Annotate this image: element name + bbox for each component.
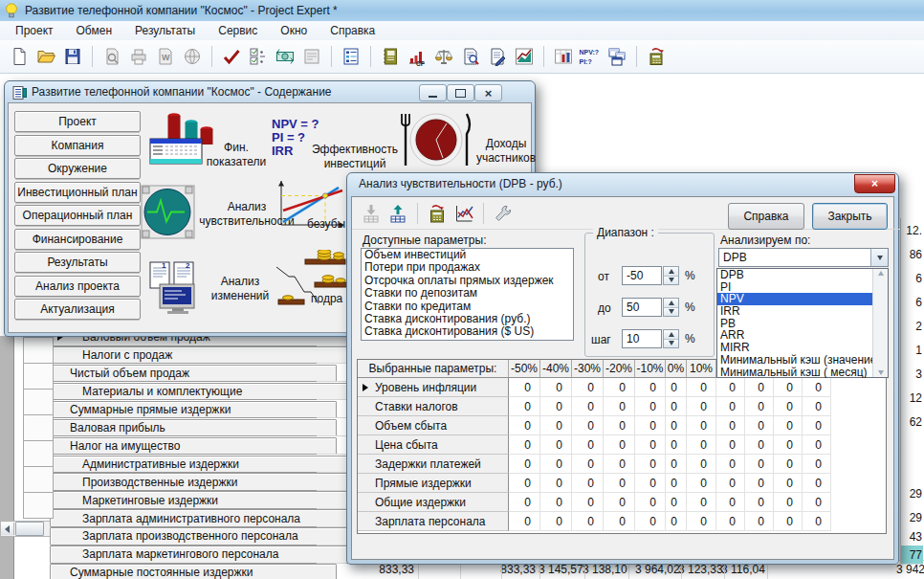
- range-step-input[interactable]: 10: [622, 329, 662, 348]
- web-export-icon[interactable]: [181, 45, 204, 68]
- available-item-0[interactable]: Объем инвестиций: [362, 249, 573, 261]
- sens-cell-1-0[interactable]: 0: [509, 397, 540, 416]
- sens-cell-5-2[interactable]: 0: [572, 474, 604, 493]
- scroll-down-icon[interactable]: [878, 370, 884, 375]
- dropdown-scrollbar[interactable]: [872, 269, 888, 377]
- sens-cell-7-9[interactable]: 0: [774, 512, 803, 531]
- sens-cell-5-1[interactable]: 0: [540, 474, 572, 493]
- nav-button-8[interactable]: Актуализация: [14, 299, 141, 320]
- sens-cell-3-0[interactable]: 0: [509, 435, 540, 455]
- sens-cell-2-6[interactable]: 0: [687, 416, 716, 435]
- pl-row-2[interactable]: Чистый объем продаж: [50, 365, 337, 383]
- sens-cell-1-6[interactable]: 0: [687, 397, 716, 416]
- sens-cell-1-5[interactable]: 0: [666, 397, 687, 416]
- cash-flow-icon[interactable]: CF: [406, 45, 429, 68]
- table-bars-icon[interactable]: [552, 45, 575, 68]
- sens-cell-0-4[interactable]: 0: [635, 378, 666, 397]
- sens-cell-1-4[interactable]: 0: [635, 397, 666, 416]
- word-export-icon[interactable]: W: [154, 45, 177, 68]
- nav-button-0[interactable]: Проект: [14, 111, 141, 132]
- sens-cell-4-2[interactable]: 0: [572, 455, 604, 474]
- maximize-button[interactable]: [447, 84, 474, 101]
- recalculate-icon[interactable]: [426, 202, 449, 225]
- row-header-cell-3[interactable]: [23, 414, 54, 441]
- sens-cell-4-8[interactable]: 0: [745, 455, 774, 474]
- sens-cell-2-3[interactable]: 0: [604, 416, 635, 435]
- analyze-option-8[interactable]: Минимальный кэш ( месяц): [717, 367, 874, 379]
- npv-pi-icon[interactable]: NPV:?PI:?: [579, 45, 602, 68]
- pl-row-13[interactable]: Суммарные постоянные издержки: [50, 564, 337, 579]
- save-variant-icon[interactable]: [386, 202, 409, 225]
- sens-cell-7-1[interactable]: 0: [540, 512, 572, 531]
- row-header-cell-4[interactable]: [23, 440, 54, 467]
- form-icon[interactable]: [300, 45, 323, 68]
- analyze-option-2[interactable]: NPV: [717, 293, 874, 305]
- sens-cell-4-4[interactable]: 0: [635, 455, 666, 474]
- menu-item-4[interactable]: Окно: [269, 22, 319, 39]
- document-edit-icon[interactable]: [486, 45, 509, 68]
- pl-row-1[interactable]: Налоги с продаж: [50, 346, 349, 365]
- sens-cell-0-1[interactable]: 0: [540, 378, 572, 397]
- sens-cell-3-1[interactable]: 0: [540, 435, 572, 455]
- sens-cell-7-10[interactable]: 0: [803, 512, 831, 531]
- sens-cell-2-8[interactable]: 0: [745, 416, 774, 435]
- row-header-cell-0[interactable]: [23, 337, 54, 364]
- print-icon[interactable]: [127, 45, 150, 68]
- chart-icon[interactable]: [513, 45, 536, 68]
- nav-button-3[interactable]: Инвестиционный план: [14, 182, 141, 203]
- participant-incomes-icon[interactable]: [397, 110, 475, 171]
- sens-cell-1-7[interactable]: 0: [716, 397, 745, 416]
- sens-cell-1-10[interactable]: 0: [803, 397, 831, 416]
- scroll-left-button[interactable]: [1, 523, 14, 535]
- pl-row-5[interactable]: Валовая прибыль: [50, 419, 337, 437]
- spin-up-button[interactable]: [664, 267, 678, 277]
- sens-cell-1-1[interactable]: 0: [540, 397, 572, 416]
- sens-cell-4-7[interactable]: 0: [716, 455, 745, 474]
- analyze-option-5[interactable]: ARR: [717, 329, 874, 342]
- nav-button-6[interactable]: Результаты: [14, 252, 141, 273]
- scrollbar-thumb[interactable]: [15, 522, 44, 536]
- pl-row-8[interactable]: Производственные издержки: [50, 473, 349, 491]
- sens-row-label-0[interactable]: Уровень инфляции: [358, 378, 509, 397]
- check-data-icon[interactable]: [220, 45, 243, 68]
- analyze-option-6[interactable]: MIRR: [717, 342, 874, 354]
- load-variant-icon[interactable]: [360, 202, 383, 225]
- background-horizontal-scrollbar[interactable]: [0, 521, 56, 537]
- money-exchange-icon[interactable]: [274, 45, 297, 68]
- sens-cell-0-7[interactable]: 0: [716, 378, 745, 397]
- sens-cell-4-3[interactable]: 0: [604, 455, 635, 474]
- scroll-up-icon[interactable]: [878, 271, 884, 276]
- sens-cell-6-6[interactable]: 0: [687, 493, 716, 512]
- nav-button-5[interactable]: Финансирование: [14, 229, 141, 250]
- sens-cell-6-7[interactable]: 0: [716, 493, 745, 512]
- sens-cell-0-0[interactable]: 0: [509, 378, 540, 397]
- analyze-option-7[interactable]: Минимальный кэш (значение): [717, 354, 874, 367]
- sens-row-label-1[interactable]: Ставки налогов: [358, 397, 509, 416]
- sens-cell-2-5[interactable]: 0: [666, 416, 687, 435]
- sens-cell-2-1[interactable]: 0: [540, 416, 572, 435]
- close-button[interactable]: ×: [474, 84, 502, 101]
- pl-row-7[interactable]: Административные издержки: [50, 456, 349, 474]
- available-item-3[interactable]: Ставки по депозитам: [362, 287, 573, 300]
- new-project-icon[interactable]: [8, 45, 31, 68]
- nav-button-1[interactable]: Компания: [14, 135, 141, 156]
- sens-cell-3-2[interactable]: 0: [572, 435, 604, 455]
- show-graph-icon[interactable]: [452, 202, 475, 225]
- menu-item-5[interactable]: Справка: [319, 22, 386, 39]
- save-icon[interactable]: [61, 45, 84, 68]
- scales-icon[interactable]: [432, 45, 455, 68]
- row-header-cell-5[interactable]: [23, 466, 54, 493]
- sens-cell-4-5[interactable]: 0: [666, 455, 687, 474]
- nav-button-4[interactable]: Операционный план: [14, 205, 141, 226]
- dialog-close-button[interactable]: ×: [854, 174, 895, 193]
- spin-down-button[interactable]: [664, 340, 678, 348]
- sens-cell-6-4[interactable]: 0: [635, 493, 666, 512]
- sens-cell-6-9[interactable]: 0: [774, 493, 803, 512]
- sens-cell-4-6[interactable]: 0: [687, 455, 716, 474]
- pl-row-11[interactable]: Зарплата производственного персонала: [50, 527, 349, 546]
- sens-cell-2-7[interactable]: 0: [716, 416, 745, 435]
- sens-cell-7-5[interactable]: 0: [666, 512, 687, 531]
- main-titlebar[interactable]: Развитие телефонной компании "Космос" - …: [0, 0, 924, 22]
- sens-cell-5-10[interactable]: 0: [803, 474, 831, 493]
- sens-cell-3-10[interactable]: 0: [803, 435, 831, 455]
